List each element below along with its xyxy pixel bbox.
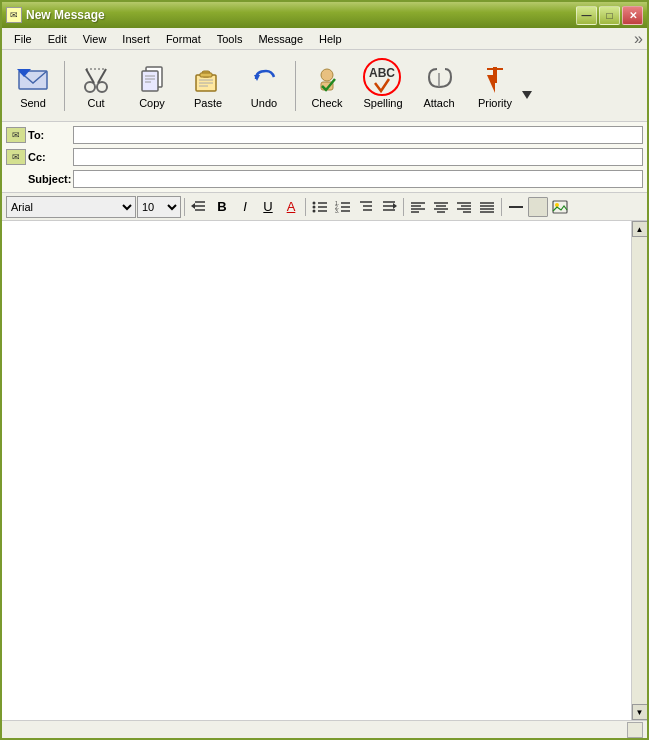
cut-icon bbox=[80, 63, 112, 95]
svg-point-35 bbox=[313, 209, 316, 212]
scroll-down-button[interactable]: ▼ bbox=[632, 704, 648, 720]
svg-point-33 bbox=[313, 205, 316, 208]
svg-rect-8 bbox=[142, 71, 158, 91]
spelling-button[interactable]: ABC Spelling bbox=[356, 55, 410, 117]
scroll-track[interactable] bbox=[632, 237, 648, 704]
subject-row: Subject: bbox=[2, 168, 647, 190]
header-fields: ✉ To: ✉ Cc: Subject: bbox=[2, 122, 647, 193]
menu-message[interactable]: Message bbox=[250, 31, 311, 47]
svg-line-5 bbox=[98, 69, 106, 83]
spelling-icon: ABC bbox=[367, 63, 399, 95]
title-buttons: — □ ✕ bbox=[576, 6, 643, 25]
copy-label: Copy bbox=[139, 97, 165, 109]
indent-increase-button[interactable] bbox=[355, 196, 377, 218]
expand-chevron: » bbox=[634, 30, 643, 48]
window-icon: ✉ bbox=[6, 7, 22, 23]
to-icon: ✉ bbox=[6, 127, 26, 143]
fmt-sep-2 bbox=[305, 198, 306, 216]
svg-marker-49 bbox=[393, 203, 397, 209]
paste-button[interactable]: Paste bbox=[181, 55, 235, 117]
body-area: ▲ ▼ bbox=[2, 221, 647, 720]
window-title: New Message bbox=[26, 8, 105, 22]
svg-text:3.: 3. bbox=[335, 208, 339, 214]
fmt-sep-4 bbox=[501, 198, 502, 216]
priority-button[interactable]: Priority bbox=[468, 55, 522, 117]
separator-1 bbox=[64, 61, 65, 111]
menu-edit[interactable]: Edit bbox=[40, 31, 75, 47]
ordered-list-button[interactable]: 1.2.3. bbox=[332, 196, 354, 218]
send-icon bbox=[17, 63, 49, 95]
main-window: ✉ New Message — □ ✕ File Edit View Inser… bbox=[0, 0, 649, 740]
align-center-button[interactable] bbox=[430, 196, 452, 218]
menu-help[interactable]: Help bbox=[311, 31, 350, 47]
cc-row: ✉ Cc: bbox=[2, 146, 647, 168]
close-button[interactable]: ✕ bbox=[622, 6, 643, 25]
priority-label: Priority bbox=[478, 97, 512, 109]
cc-icon: ✉ bbox=[6, 149, 26, 165]
menu-tools[interactable]: Tools bbox=[209, 31, 251, 47]
underline-button[interactable]: U bbox=[257, 196, 279, 218]
align-left-button[interactable] bbox=[407, 196, 429, 218]
send-label: Send bbox=[20, 97, 46, 109]
to-input[interactable] bbox=[73, 126, 643, 144]
bold-button[interactable]: B bbox=[211, 196, 233, 218]
status-bar bbox=[2, 720, 647, 738]
unordered-list-button[interactable] bbox=[309, 196, 331, 218]
align-right-button[interactable] bbox=[453, 196, 475, 218]
font-select[interactable]: Arial bbox=[6, 196, 136, 218]
copy-icon bbox=[136, 63, 168, 95]
svg-point-2 bbox=[85, 82, 95, 92]
menu-view[interactable]: View bbox=[75, 31, 115, 47]
scroll-bar: ▲ ▼ bbox=[631, 221, 647, 720]
to-label: To: bbox=[28, 129, 73, 141]
format-toolbar: Arial 10 B I U A 1.2.3. bbox=[2, 193, 647, 221]
check-button[interactable]: Check bbox=[300, 55, 354, 117]
paste-icon bbox=[192, 63, 224, 95]
subject-input[interactable] bbox=[73, 170, 643, 188]
check-icon bbox=[311, 63, 343, 95]
copy-button[interactable]: Copy bbox=[125, 55, 179, 117]
menu-insert[interactable]: Insert bbox=[114, 31, 158, 47]
italic-button[interactable]: I bbox=[234, 196, 256, 218]
background-color-button[interactable] bbox=[528, 197, 548, 217]
send-button[interactable]: Send bbox=[6, 55, 60, 117]
font-color-button[interactable]: A bbox=[280, 196, 302, 218]
resize-handle[interactable] bbox=[627, 722, 643, 738]
attach-button[interactable]: Attach bbox=[412, 55, 466, 117]
indent-decrease-button[interactable] bbox=[188, 196, 210, 218]
priority-wrapper: Priority bbox=[468, 55, 536, 117]
align-justify-button[interactable] bbox=[476, 196, 498, 218]
fmt-sep-1 bbox=[184, 198, 185, 216]
scroll-up-button[interactable]: ▲ bbox=[632, 221, 648, 237]
subject-label: Subject: bbox=[28, 173, 73, 185]
undo-button[interactable]: Undo bbox=[237, 55, 291, 117]
message-body[interactable] bbox=[2, 221, 631, 720]
svg-text:ABC: ABC bbox=[369, 66, 395, 80]
menu-format[interactable]: Format bbox=[158, 31, 209, 47]
attach-label: Attach bbox=[423, 97, 454, 109]
insert-picture-button[interactable] bbox=[549, 196, 571, 218]
to-row: ✉ To: bbox=[2, 124, 647, 146]
svg-point-19 bbox=[321, 69, 333, 81]
priority-dropdown-arrow[interactable] bbox=[522, 55, 536, 117]
spelling-label: Spelling bbox=[363, 97, 402, 109]
svg-point-3 bbox=[97, 82, 107, 92]
hr-button[interactable] bbox=[505, 196, 527, 218]
separator-2 bbox=[295, 61, 296, 111]
cut-button[interactable]: Cut bbox=[69, 55, 123, 117]
fmt-sep-3 bbox=[403, 198, 404, 216]
title-bar: ✉ New Message — □ ✕ bbox=[2, 2, 647, 28]
undo-icon bbox=[248, 63, 280, 95]
menu-file[interactable]: File bbox=[6, 31, 40, 47]
cut-label: Cut bbox=[87, 97, 104, 109]
cc-input[interactable] bbox=[73, 148, 643, 166]
font-size-select[interactable]: 10 bbox=[137, 196, 181, 218]
menubar: File Edit View Insert Format Tools Messa… bbox=[2, 28, 647, 50]
cc-label: Cc: bbox=[28, 151, 73, 163]
attach-icon bbox=[423, 63, 455, 95]
title-bar-left: ✉ New Message bbox=[6, 7, 105, 23]
check-label: Check bbox=[311, 97, 342, 109]
maximize-button[interactable]: □ bbox=[599, 6, 620, 25]
indent-less-button[interactable] bbox=[378, 196, 400, 218]
minimize-button[interactable]: — bbox=[576, 6, 597, 25]
